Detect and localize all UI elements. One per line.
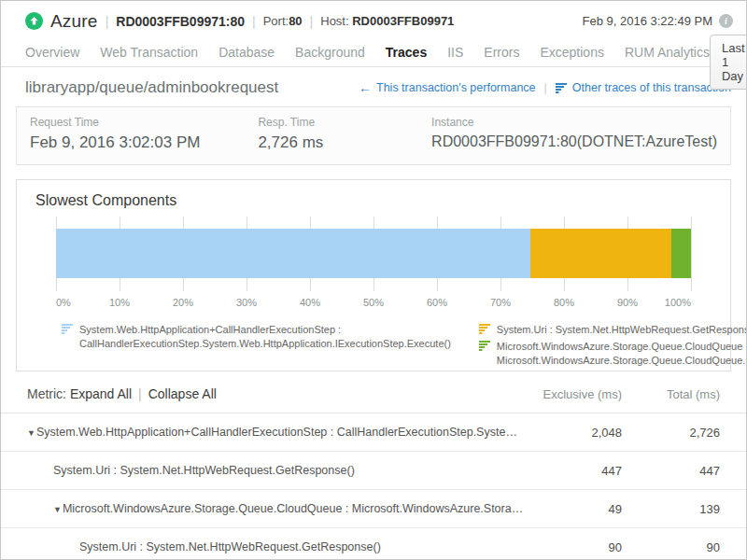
table-row[interactable]: System.Uri : System.Net.HttpWebRequest.G… xyxy=(1,528,746,560)
other-traces-link[interactable]: Other traces of this transaction xyxy=(556,81,731,94)
x-tick-label: 80% xyxy=(554,297,574,308)
x-tick-label: 50% xyxy=(363,297,384,308)
metric-table-rows: ▼System.Web.HttpApplication+CallHandlerE… xyxy=(1,413,746,560)
chart-legend: System.Web.HttpApplication+CallHandlerEx… xyxy=(62,323,691,368)
app-header: Azure | RD0003FFB09971:80 | Port:80 | Ho… xyxy=(1,1,746,36)
collapse-triangle-icon[interactable]: ▼ xyxy=(53,505,62,514)
bar-segment-2[interactable] xyxy=(671,229,691,278)
port-info: Port:80 xyxy=(263,14,303,28)
total-ms-value: 139 xyxy=(622,502,720,516)
tab-iis[interactable]: IIS xyxy=(447,45,463,60)
x-tick-label: 10% xyxy=(109,297,130,308)
tab-list: OverviewWeb TransactionDatabaseBackgroun… xyxy=(25,40,710,60)
health-status-icon xyxy=(25,12,43,30)
separator: | xyxy=(106,14,109,29)
table-row[interactable]: System.Uri : System.Net.HttpWebRequest.G… xyxy=(1,452,746,490)
exclusive-ms-value: 90 xyxy=(524,540,622,554)
total-ms-value: 447 xyxy=(622,464,720,478)
legend-bars-icon xyxy=(479,341,491,351)
column-header-exclusive: Exclusive (ms) xyxy=(524,387,622,401)
total-ms-value: 2,726 xyxy=(622,426,720,440)
request-time-block: Request Time Feb 9, 2016 3:02:03 PM xyxy=(30,116,258,152)
tab-database[interactable]: Database xyxy=(218,45,275,60)
resp-time-value: 2,726 ms xyxy=(258,133,431,152)
app-name: Azure xyxy=(50,11,98,32)
x-tick-label: 0% xyxy=(56,297,71,308)
separator: | xyxy=(544,81,547,94)
exclusive-ms-value: 2,048 xyxy=(524,426,622,440)
transaction-header: libraryapp/queue/adminbookrequest ← This… xyxy=(1,67,746,106)
arrow-left-icon: ← xyxy=(359,80,372,95)
x-tick-label: 100% xyxy=(665,297,691,308)
metric-table-header: Metric: Expand All | Collapse All Exclus… xyxy=(1,371,746,413)
x-axis-ticks: 0%10%20%30%40%50%60%70%80%90%100% xyxy=(56,297,691,310)
chart-title: Slowest Components xyxy=(17,192,730,209)
separator: | xyxy=(138,386,142,401)
x-tick-label: 70% xyxy=(490,297,511,308)
info-icon[interactable]: i xyxy=(719,14,733,28)
metric-name: ▼Microsoft.WindowsAzure.Storage.Queue.Cl… xyxy=(53,502,524,515)
time-range-label: Last 1 Day xyxy=(722,41,745,83)
legend-item: Microsoft.WindowsAzure.Storage.Queue.Clo… xyxy=(479,340,747,368)
tab-exceptions[interactable]: Exceptions xyxy=(540,45,603,60)
time-range-dropdown[interactable]: Last 1 Day ▼ xyxy=(710,35,747,90)
separator: | xyxy=(310,14,314,29)
metric-name: ▼System.Web.HttpApplication+CallHandlerE… xyxy=(27,426,524,439)
resp-time-label: Resp. Time xyxy=(258,116,431,129)
host-info: Host: RD0003FFB09971 xyxy=(320,14,454,28)
transaction-performance-link[interactable]: ← This transaction's performance xyxy=(359,80,536,95)
expand-all-button[interactable]: Expand All xyxy=(70,386,132,401)
tab-web-transaction[interactable]: Web Transaction xyxy=(100,45,198,60)
chart-plot-area xyxy=(56,217,691,291)
stacked-bar xyxy=(56,229,691,278)
x-tick-label: 20% xyxy=(173,297,193,308)
x-tick-label: 40% xyxy=(300,297,320,308)
x-tick-label: 30% xyxy=(236,297,257,308)
request-time-value: Feb 9, 2016 3:02:03 PM xyxy=(30,133,258,152)
table-row[interactable]: ▼Microsoft.WindowsAzure.Storage.Queue.Cl… xyxy=(1,490,746,528)
tab-errors[interactable]: Errors xyxy=(484,45,519,60)
x-tick-label: 60% xyxy=(427,297,447,308)
collapse-triangle-icon[interactable]: ▼ xyxy=(27,428,35,438)
tab-rum-analytics[interactable]: RUM Analytics xyxy=(625,45,710,60)
resp-time-block: Resp. Time 2,726 ms xyxy=(258,116,431,152)
request-info-panel: Request Time Feb 9, 2016 3:02:03 PM Resp… xyxy=(16,106,731,165)
separator: | xyxy=(252,14,256,29)
metric-label: Metric: xyxy=(27,386,66,401)
x-tick-label: 90% xyxy=(617,297,638,308)
gridline xyxy=(691,217,692,291)
slowest-components-panel: Slowest Components 0%10%20%30%40%50%60%7… xyxy=(16,179,731,371)
legend-item: System.Web.HttpApplication+CallHandlerEx… xyxy=(62,323,451,351)
table-row[interactable]: ▼System.Web.HttpApplication+CallHandlerE… xyxy=(1,413,746,452)
trace-list-icon xyxy=(556,83,568,93)
apm-traces-page: Azure | RD0003FFB09971:80 | Port:80 | Ho… xyxy=(0,0,747,560)
instance-block: Instance RD0003FFB09971:80(DOTNET:AzureT… xyxy=(431,116,717,152)
server-name: RD0003FFB09971:80 xyxy=(116,14,245,29)
exclusive-ms-value: 49 xyxy=(524,502,622,516)
exclusive-ms-value: 447 xyxy=(524,464,622,478)
request-time-label: Request Time xyxy=(30,116,258,129)
legend-bars-icon xyxy=(479,324,491,334)
legend-item: System.Uri : System.Net.HttpWebRequest.G… xyxy=(479,323,747,337)
metric-name: System.Uri : System.Net.HttpWebRequest.G… xyxy=(79,540,524,553)
instance-label: Instance xyxy=(431,116,717,129)
bar-segment-0[interactable] xyxy=(56,229,530,278)
legend-bars-icon xyxy=(62,324,74,334)
tab-background[interactable]: Background xyxy=(295,45,365,60)
nav-bar: OverviewWeb TransactionDatabaseBackgroun… xyxy=(1,36,746,67)
bar-segment-1[interactable] xyxy=(530,229,671,278)
transaction-name: libraryapp/queue/adminbookrequest xyxy=(25,78,278,97)
tab-traces[interactable]: Traces xyxy=(386,45,427,60)
instance-value: RD0003FFB09971:80(DOTNET:AzureTest) xyxy=(431,133,717,150)
metric-name: System.Uri : System.Net.HttpWebRequest.G… xyxy=(53,464,524,477)
column-header-total: Total (ms) xyxy=(622,387,720,401)
tab-overview[interactable]: Overview xyxy=(25,45,79,60)
current-timestamp: Feb 9, 2016 3:22:49 PM xyxy=(583,14,712,28)
collapse-all-button[interactable]: Collapse All xyxy=(148,386,217,401)
total-ms-value: 90 xyxy=(622,540,720,554)
